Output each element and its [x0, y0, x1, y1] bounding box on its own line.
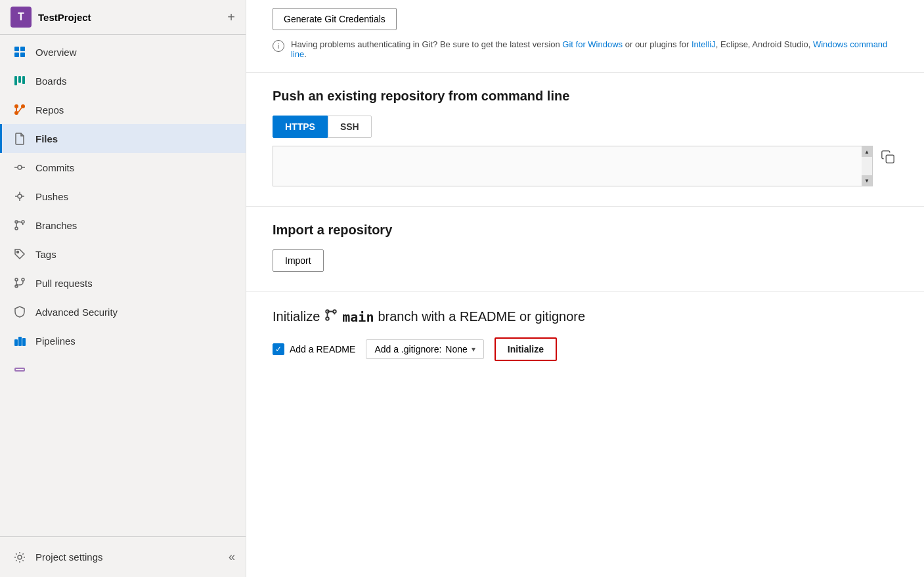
sidebar-item-pushes[interactable]: Pushes — [0, 182, 246, 211]
sidebar-item-repos-label: Repos — [35, 104, 64, 116]
generate-credentials-section: Generate Git Credentials i Having proble… — [246, 0, 924, 73]
sidebar-item-commits-label: Commits — [35, 162, 74, 173]
import-repo-section: Import a repository Import — [246, 207, 924, 292]
boards-icon — [13, 74, 26, 87]
gitignore-value: None — [445, 344, 467, 354]
info-icon: i — [273, 40, 284, 52]
initialize-title: Initialize main branch with a README or … — [273, 308, 898, 326]
generate-credentials-button[interactable]: Generate Git Credentials — [273, 8, 397, 30]
sidebar-item-pullrequests-label: Pull requests — [35, 278, 93, 289]
command-area: ▲ ▼ — [273, 146, 898, 186]
project-avatar: T — [11, 7, 32, 28]
sidebar-item-branches-label: Branches — [35, 220, 77, 231]
initialize-controls: ✓ Add a README Add a .gitignore: None ▾ … — [273, 337, 898, 361]
svg-rect-0 — [14, 47, 19, 51]
sidebar-item-pipelines-label: Pipelines — [35, 335, 76, 347]
svg-rect-5 — [18, 76, 21, 83]
protocol-tabs: HTTPS SSH — [273, 116, 898, 138]
security-icon — [13, 305, 26, 318]
svg-point-22 — [22, 278, 24, 281]
sidebar-item-boards[interactable]: Boards — [0, 66, 246, 95]
readme-checkbox-group: ✓ Add a README — [273, 343, 355, 355]
chevron-down-icon: ▾ — [472, 345, 475, 354]
repos-icon — [13, 103, 26, 116]
pushes-icon — [13, 190, 26, 203]
svg-line-11 — [18, 108, 22, 113]
sidebar-item-security[interactable]: Advanced Security — [0, 297, 246, 326]
push-repo-section: Push an existing repository from command… — [246, 73, 924, 207]
scroll-up-button[interactable]: ▲ — [862, 146, 872, 157]
main-content: Generate Git Credentials i Having proble… — [246, 0, 924, 577]
sidebar-item-boards-label: Boards — [35, 75, 67, 87]
info-text: Having problems authenticating in Git? B… — [291, 39, 898, 59]
sidebar-item-files-label: Files — [35, 133, 58, 144]
svg-point-30 — [326, 317, 329, 320]
sidebar-item-files[interactable]: Files — [0, 124, 246, 153]
gitignore-dropdown[interactable]: Add a .gitignore: None ▾ — [366, 339, 483, 359]
import-repo-title: Import a repository — [273, 223, 898, 238]
svg-point-27 — [18, 555, 22, 559]
copy-command-button[interactable] — [878, 147, 898, 170]
initialize-button[interactable]: Initialize — [495, 337, 557, 361]
sidebar-item-overview-label: Overview — [35, 47, 77, 58]
svg-rect-24 — [18, 337, 22, 346]
sidebar-nav: Overview Boards Repos Files — [0, 35, 246, 536]
sidebar-item-pipelines[interactable]: Pipelines — [0, 326, 246, 355]
import-button[interactable]: Import — [273, 249, 324, 272]
svg-point-20 — [15, 278, 18, 281]
svg-rect-3 — [20, 53, 25, 57]
gitignore-label: Add a .gitignore: — [374, 344, 441, 354]
sidebar-item-pullrequests[interactable]: Pull requests — [0, 268, 246, 297]
project-settings-label: Project settings — [35, 551, 103, 563]
sidebar-item-overview[interactable]: Overview — [0, 37, 246, 66]
extra-icon — [13, 363, 26, 376]
pullrequests-icon — [13, 276, 26, 289]
svg-point-12 — [18, 165, 22, 169]
sidebar-item-pushes-label: Pushes — [35, 191, 68, 202]
branch-icon — [324, 308, 338, 326]
branch-name: main — [342, 309, 374, 325]
command-input[interactable] — [273, 146, 862, 186]
sidebar-item-tags-label: Tags — [35, 249, 56, 260]
commits-icon — [13, 161, 26, 174]
intellij-link[interactable]: IntelliJ — [692, 39, 716, 49]
sidebar-header: T TestProject + — [0, 0, 246, 35]
info-row: i Having problems authenticating in Git?… — [273, 39, 898, 59]
svg-rect-4 — [14, 76, 17, 85]
svg-point-17 — [15, 227, 18, 230]
scroll-down-button[interactable]: ▼ — [862, 175, 872, 186]
svg-point-19 — [17, 251, 19, 253]
files-icon — [13, 132, 26, 145]
sidebar-item-repos[interactable]: Repos — [0, 95, 246, 124]
tags-icon — [13, 247, 26, 261]
add-project-icon[interactable]: + — [227, 10, 235, 25]
svg-rect-2 — [14, 53, 19, 57]
svg-rect-23 — [14, 339, 18, 346]
sidebar-item-extra[interactable] — [0, 355, 246, 384]
sidebar: T TestProject + Overview Boards Repos — [0, 0, 246, 577]
svg-rect-26 — [15, 368, 24, 371]
pipelines-icon — [13, 334, 26, 347]
command-input-wrapper: ▲ ▼ — [273, 146, 873, 186]
push-repo-title: Push an existing repository from command… — [273, 89, 898, 104]
sidebar-item-commits[interactable]: Commits — [0, 153, 246, 182]
svg-rect-25 — [22, 338, 26, 346]
svg-rect-6 — [22, 76, 25, 84]
initialize-section: Initialize main branch with a README or … — [246, 292, 924, 381]
svg-rect-28 — [886, 155, 894, 163]
textarea-scrollbar: ▲ ▼ — [862, 146, 872, 186]
overview-icon — [13, 45, 26, 58]
sidebar-item-tags[interactable]: Tags — [0, 240, 246, 268]
sidebar-item-security-label: Advanced Security — [35, 307, 118, 318]
sidebar-item-project-settings[interactable]: Project settings « — [0, 542, 246, 572]
tab-https[interactable]: HTTPS — [273, 116, 328, 138]
readme-checkbox[interactable]: ✓ — [273, 343, 284, 355]
tab-ssh[interactable]: SSH — [328, 116, 372, 138]
project-name: TestProject — [38, 12, 221, 23]
git-for-windows-link[interactable]: Git for Windows — [562, 39, 623, 49]
sidebar-item-branches[interactable]: Branches — [0, 211, 246, 240]
svg-point-7 — [14, 104, 18, 108]
collapse-sidebar-icon[interactable]: « — [229, 550, 235, 564]
sidebar-footer: Project settings « — [0, 536, 246, 577]
readme-label: Add a README — [290, 344, 355, 354]
